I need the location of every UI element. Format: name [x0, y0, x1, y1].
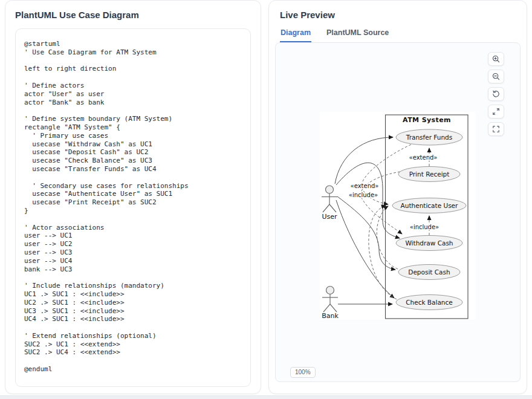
preview-panel: Live Preview Diagram PlantUML Source — [268, 0, 527, 394]
preview-panel-title: Live Preview — [280, 9, 521, 21]
expand-button[interactable] — [488, 105, 504, 118]
zoom-in-button[interactable] — [488, 52, 504, 66]
workspace: PlantUML Use Case Diagram @startuml ' Us… — [0, 0, 532, 394]
preview-tabs: Diagram PlantUML Source — [280, 28, 521, 42]
editor-panel: PlantUML Use Case Diagram @startuml ' Us… — [5, 0, 261, 394]
actor-bank-label: Bank — [322, 312, 339, 320]
editor-panel-title: PlantUML Use Case Diagram — [15, 9, 251, 21]
diagram-preview-area[interactable]: ATM System — [275, 42, 521, 382]
actor-bank — [322, 287, 338, 313]
zoom-out-icon — [491, 72, 501, 81]
fullscreen-icon — [491, 125, 501, 134]
plantuml-source-code[interactable]: @startuml ' Use Case Diagram for ATM Sys… — [24, 40, 242, 374]
extend-label-left: «extend» — [351, 183, 379, 189]
preview-toolbar — [488, 52, 504, 136]
svg-text:Print Receipt: Print Receipt — [409, 170, 450, 178]
include-label-left: «include» — [349, 192, 378, 198]
svg-text:Transfer Funds: Transfer Funds — [406, 134, 452, 141]
actor-user-label: User — [322, 213, 337, 221]
fullscreen-button[interactable] — [488, 122, 504, 136]
extend-label-top: «extend» — [409, 154, 438, 161]
system-boundary-title: ATM System — [403, 116, 451, 124]
use-case-diagram-svg: ATM System — [320, 112, 476, 320]
svg-text:Authenticate User: Authenticate User — [401, 202, 458, 209]
svg-text:Withdraw Cash: Withdraw Cash — [405, 239, 453, 247]
svg-text:Deposit Cash: Deposit Cash — [408, 268, 450, 276]
expand-arrows-icon — [491, 107, 501, 116]
svg-text:Check Balance: Check Balance — [406, 299, 453, 306]
tab-plantuml-source[interactable]: PlantUML Source — [326, 28, 389, 42]
zoom-out-button[interactable] — [488, 70, 504, 83]
system-boundary-rect — [386, 115, 469, 319]
uml-diagram-image: ATM System — [320, 112, 476, 320]
reset-view-button[interactable] — [488, 87, 504, 101]
tab-diagram[interactable]: Diagram — [280, 28, 311, 42]
plantuml-code-editor[interactable]: @startuml ' Use Case Diagram for ATM Sys… — [15, 28, 251, 387]
zoom-level-badge: 100% — [290, 367, 316, 378]
actor-user — [322, 186, 337, 212]
include-label-mid: «include» — [410, 224, 439, 230]
zoom-in-icon — [491, 54, 501, 63]
reset-icon — [491, 89, 501, 99]
bottom-divider — [0, 395, 532, 399]
